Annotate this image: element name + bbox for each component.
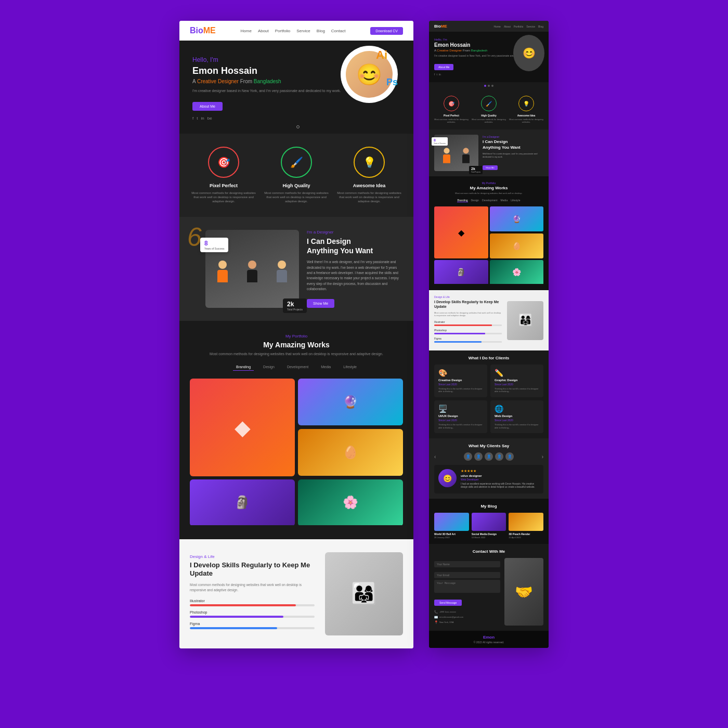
nav-portfolio[interactable]: Portfolio xyxy=(275,29,290,33)
right-skill-photoshop-fill xyxy=(434,333,485,334)
nav-home[interactable]: Home xyxy=(241,29,252,33)
right-tab-design[interactable]: Design xyxy=(471,199,479,202)
right-contact-section: Contact With Me Send Message 📞 +880 1xxx… xyxy=(429,544,549,631)
right-quality-icon: 🖌️ xyxy=(481,96,497,111)
skills-tag: Design & Life xyxy=(190,554,315,559)
right-skills-title: I Develop Skills Regularly to Keep Me Up… xyxy=(434,300,502,309)
blog-date-1: 28 January 2022 xyxy=(434,536,469,539)
right-testimonial-card: 😊 ★★★★★ ui/ux designer Web Developer I h… xyxy=(434,465,543,493)
right-feature-pixel: 🎯 Pixel Perfect Most common methods for … xyxy=(434,96,469,123)
years-of-success-badge: 8 Years of Success xyxy=(200,238,228,252)
testimonial-avatar-2[interactable]: 👤 xyxy=(474,452,483,461)
about-me-button[interactable]: About Me xyxy=(192,102,223,111)
testimonial-avatar-4[interactable]: 👤 xyxy=(495,452,503,461)
right-about-button[interactable]: About Me xyxy=(434,64,453,70)
right-show-me-button[interactable]: Show Me xyxy=(483,165,498,170)
tab-media[interactable]: Media xyxy=(318,363,334,371)
right-about-tag: I'm a Designer xyxy=(483,135,543,138)
right-skills-section: Design & Life I Develop Skills Regularly… xyxy=(429,290,549,350)
about-title: I Can Design Anything You Want xyxy=(307,237,403,255)
dot-3[interactable] xyxy=(491,85,493,87)
navbar: BioME Home About Portfolio Service Blog … xyxy=(179,21,413,41)
portfolio-item-5[interactable]: 🌸 xyxy=(298,479,403,526)
person-2 xyxy=(247,261,257,282)
right-portfolio-item-2[interactable]: 🔮 xyxy=(490,206,544,231)
skills-content: Design & Life I Develop Skills Regularly… xyxy=(190,554,315,633)
right-skill-figma-fill xyxy=(434,341,482,343)
download-cv-button[interactable]: Download CV xyxy=(370,27,403,35)
right-carousel-dots xyxy=(429,82,549,89)
right-portfolio-item-3[interactable]: 🥚 xyxy=(490,233,544,258)
right-portfolio-image-4: 🗿 xyxy=(434,260,488,284)
right-quality-desc: Most common methods for designing websit… xyxy=(472,118,506,123)
right-portfolio-image-5: 🌸 xyxy=(490,260,544,284)
tab-branding[interactable]: Branding xyxy=(233,363,254,371)
right-testimonial-nav: ‹ 👤 👤 👤 👤 👤 › xyxy=(434,452,543,461)
right-services-header: What I Do for Clients xyxy=(434,356,543,360)
right-skill-photoshop-bar xyxy=(434,333,502,334)
right-idea-title: Awesome Idea xyxy=(509,114,543,117)
features-section: 🎯 Pixel Perfect Most common methods for … xyxy=(179,134,413,217)
testimonial-prev-arrow[interactable]: ‹ xyxy=(434,454,436,460)
awesome-idea-desc: Most common methods for designing websit… xyxy=(335,191,403,204)
right-tab-lifestyle[interactable]: Lifestyle xyxy=(511,199,520,202)
location-icon: 📍 xyxy=(434,620,438,624)
tab-design[interactable]: Design xyxy=(260,363,278,371)
web-design-desc: Thinking this is the world's creative if… xyxy=(495,423,539,429)
blog-date-2: 10 March 2022 xyxy=(472,536,506,539)
testimonial-avatar-3[interactable]: 👤 xyxy=(485,452,493,461)
awesome-idea-title: Awesome Idea xyxy=(335,183,403,188)
show-more-button[interactable]: Show Me xyxy=(307,299,334,308)
hero-avatar: 😊 xyxy=(341,46,398,103)
right-blog-item-3[interactable]: 3D Peach Render 15 April 2022 xyxy=(509,513,543,539)
testimonial-next-arrow[interactable]: › xyxy=(542,454,543,460)
dot-1[interactable] xyxy=(484,85,486,87)
tab-development[interactable]: Development xyxy=(284,363,311,371)
ps-icon: Ps xyxy=(386,77,398,88)
skill-photoshop: Photoshop xyxy=(190,610,315,618)
portfolio-item-1[interactable]: ◆ xyxy=(190,379,295,476)
right-tab-media[interactable]: Media xyxy=(501,199,508,202)
feature-high-quality: 🖌️ High Quality Most common methods for … xyxy=(263,147,330,204)
right-nav-links: Home About Portfolio Service Blog xyxy=(494,25,543,28)
hero-dot xyxy=(296,125,300,128)
testimonial-avatar-5[interactable]: 👤 xyxy=(505,452,514,461)
contact-email-row: ✉️ emonhossain@gmail.com xyxy=(434,615,500,619)
portfolio-item-4[interactable]: 🗿 xyxy=(190,479,295,526)
nav-blog[interactable]: Blog xyxy=(317,29,325,33)
contact-name-input[interactable] xyxy=(434,561,500,567)
portfolio-section: My Portfolio My Amazing Works Most commo… xyxy=(179,321,413,539)
right-portfolio-item-1[interactable]: ◆ xyxy=(434,206,488,258)
right-portfolio-item-4[interactable]: 🗿 xyxy=(434,260,488,285)
right-about-image: 8 Years of Success 2k Total Projects xyxy=(434,135,478,171)
contact-email-input[interactable] xyxy=(434,572,500,578)
contact-message-input[interactable] xyxy=(434,580,500,593)
right-tab-branding[interactable]: Branding xyxy=(457,199,467,202)
right-blog-item-2[interactable]: Social Media Design 10 March 2022 xyxy=(472,513,506,539)
right-tab-development[interactable]: Development xyxy=(482,199,497,202)
phone-icon: 📞 xyxy=(434,610,438,614)
portfolio-item-3[interactable]: 🥚 xyxy=(298,429,403,476)
about-tag: I'm a Designer xyxy=(307,230,403,235)
right-portfolio-item-5[interactable]: 🌸 xyxy=(490,260,544,285)
skill-illustrator-label: Illustrator xyxy=(190,599,315,603)
right-years-badge: 8 Years of Success xyxy=(432,137,448,146)
nav-contact[interactable]: Contact xyxy=(331,29,346,33)
right-services-grid: 🎨 Creative Design Since Last 2020 Thinki… xyxy=(434,365,543,433)
blog-image-3 xyxy=(509,513,543,531)
tab-lifestyle[interactable]: Lifestyle xyxy=(340,363,360,371)
contact-submit-button[interactable]: Send Message xyxy=(434,600,462,606)
skills-section: Design & Life I Develop Skills Regularly… xyxy=(179,539,413,648)
testimonial-avatar-1[interactable]: 👤 xyxy=(464,452,472,461)
portfolio-tabs: Branding Design Development Media Lifest… xyxy=(190,363,403,371)
dot-2[interactable] xyxy=(488,85,490,87)
right-blog-item-1[interactable]: World 3D Ball Art 28 January 2022 xyxy=(434,513,469,539)
web-design-icon: 🌐 xyxy=(495,405,539,413)
nav-service[interactable]: Service xyxy=(296,29,310,33)
awesome-idea-icon: 💡 xyxy=(354,147,385,178)
uiux-design-title: UI/UX Design xyxy=(438,414,483,418)
portfolio-item-2[interactable]: 🔮 xyxy=(298,379,403,425)
right-skills-tag: Design & Life xyxy=(434,295,502,298)
testimonial-role: Web Developer xyxy=(461,478,539,481)
nav-about[interactable]: About xyxy=(258,29,269,33)
